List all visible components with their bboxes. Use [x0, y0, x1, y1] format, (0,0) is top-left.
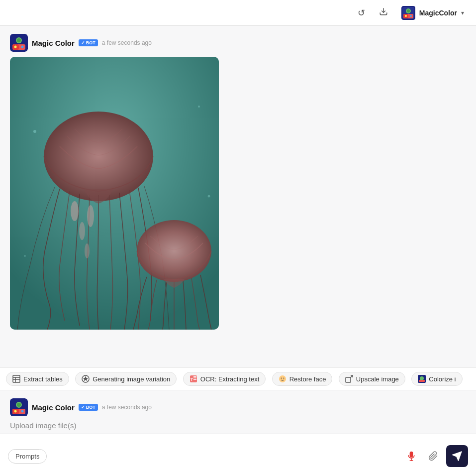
message-1: Magic Color ✓ BOT a few seconds ago: [10, 34, 466, 330]
restore-face-button[interactable]: Restore face: [272, 372, 333, 386]
bot-profile-dropdown[interactable]: MagicColor ▾: [397, 4, 468, 22]
generating-variation-button[interactable]: Generating image variation: [75, 372, 177, 386]
svg-point-49: [14, 410, 17, 413]
bot-avatar-1: [10, 34, 28, 52]
input-area: Prompts: [0, 434, 476, 473]
send-button[interactable]: [446, 445, 468, 467]
bot-name-2: Magic Color: [32, 403, 75, 412]
second-message-block: Magic Color ✓ BOT a few seconds ago Uplo…: [0, 390, 476, 434]
badge-check-icon-2: ✓: [81, 405, 85, 410]
chevron-down-icon: ▾: [461, 9, 464, 16]
header-actions: ↺: [354, 4, 468, 22]
bot-badge-1: ✓ BOT: [79, 39, 98, 46]
svg-point-23: [33, 130, 36, 133]
svg-point-21: [87, 205, 94, 227]
svg-point-8: [410, 15, 412, 17]
ocr-icon: T: [190, 375, 197, 383]
svg-point-7: [405, 15, 407, 17]
ocr-button[interactable]: T OCR: Extracting text: [183, 372, 266, 386]
download-icon: [379, 7, 388, 18]
face-icon: [279, 375, 286, 383]
message-1-time: a few seconds ago: [102, 39, 152, 46]
svg-marker-54: [453, 452, 462, 461]
badge-check-icon: ✓: [81, 40, 85, 45]
upscale-image-button[interactable]: Upscale image: [339, 372, 405, 386]
download-button[interactable]: [376, 5, 391, 21]
svg-point-25: [208, 195, 210, 198]
action-strip: Extract tables Generating image variatio…: [0, 367, 476, 390]
upscale-icon: [345, 375, 353, 383]
svg-point-11: [17, 38, 21, 42]
table-icon: [12, 375, 20, 383]
colorize-icon: [418, 375, 426, 383]
svg-rect-43: [419, 380, 425, 382]
refresh-icon: ↺: [358, 7, 365, 18]
svg-point-18: [71, 201, 79, 221]
svg-text:T: T: [190, 377, 193, 382]
svg-point-4: [407, 9, 410, 12]
extract-tables-button[interactable]: Extract tables: [6, 372, 69, 386]
svg-point-19: [79, 222, 85, 240]
message-2-text: Upload image file(s): [10, 421, 466, 430]
refresh-button[interactable]: ↺: [354, 5, 370, 21]
svg-point-39: [283, 378, 284, 379]
attach-button[interactable]: [424, 447, 442, 465]
svg-point-24: [198, 106, 200, 108]
header: ↺: [0, 0, 476, 26]
header-bot-name: MagicColor: [419, 9, 457, 17]
prompts-button[interactable]: Prompts: [8, 449, 47, 464]
svg-point-37: [279, 375, 286, 382]
message-2-header: Magic Color ✓ BOT a few seconds ago: [10, 398, 466, 416]
svg-rect-40: [346, 377, 351, 382]
svg-point-14: [14, 46, 17, 48]
svg-rect-27: [13, 375, 20, 382]
svg-point-17: [44, 112, 153, 201]
svg-point-20: [85, 243, 90, 258]
bot-name-1: Magic Color: [32, 39, 75, 47]
svg-point-42: [420, 376, 424, 380]
svg-point-15: [21, 46, 24, 48]
bot-avatar-2: [10, 398, 28, 416]
chat-container: Magic Color ✓ BOT a few seconds ago: [0, 26, 476, 367]
openai-icon: [82, 375, 90, 383]
svg-point-50: [21, 410, 24, 413]
svg-point-46: [17, 403, 21, 407]
svg-point-38: [281, 378, 282, 379]
svg-point-22: [137, 220, 211, 282]
header-bot-avatar: [401, 6, 415, 20]
input-row: Prompts: [8, 445, 468, 467]
message-1-header: Magic Color ✓ BOT a few seconds ago: [10, 34, 466, 52]
message-2-time: a few seconds ago: [102, 404, 152, 411]
jellyfish-image: [10, 57, 219, 330]
bot-badge-2: ✓ BOT: [79, 404, 98, 411]
svg-point-26: [24, 255, 26, 257]
mic-button[interactable]: [402, 447, 420, 465]
colorize-button[interactable]: Colorize i: [411, 372, 462, 386]
